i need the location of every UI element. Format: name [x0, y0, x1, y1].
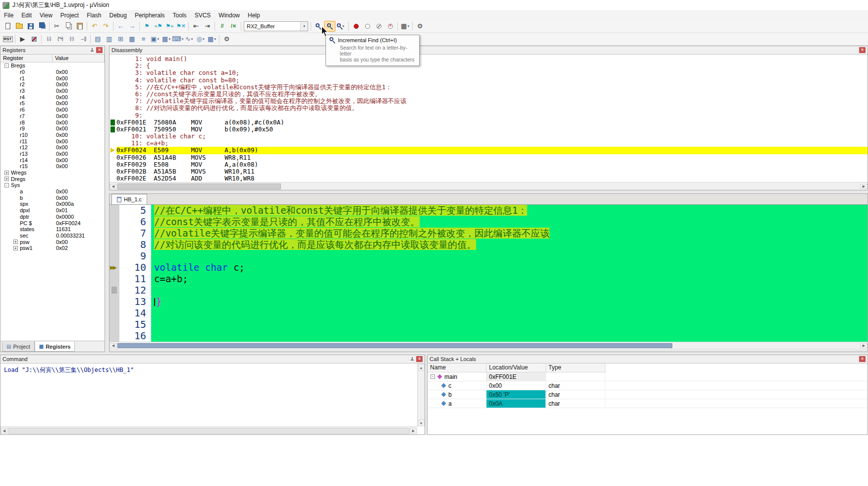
trace-window-button[interactable]: ◎▾	[195, 34, 206, 45]
register-row[interactable]: r50x00	[0, 100, 105, 107]
scroll-right-icon[interactable]: ▶	[860, 343, 868, 348]
step-over-button[interactable]: {↷}	[54, 34, 66, 45]
disassembly-line[interactable]: 7: //volatile关键字提示编译器，变量的值可能会在程序的控制之外被改变…	[109, 98, 868, 105]
register-row[interactable]: a0x00	[0, 188, 105, 195]
editor-line[interactable]: 6//const关键字表示变量是只读的，其值不应在程序中被改变。	[109, 216, 868, 228]
copy-button[interactable]	[62, 21, 74, 32]
comment-button[interactable]: //	[217, 21, 228, 32]
redo-button[interactable]: ↷	[100, 21, 111, 32]
name-column-header[interactable]: Name	[428, 364, 487, 372]
register-row[interactable]: r150x00	[0, 163, 105, 170]
menu-peripherals[interactable]: Peripherals	[131, 11, 169, 20]
editor-line[interactable]: ▶▶10volatile char c;	[109, 262, 868, 273]
analysis-window-button[interactable]: ∿▾	[183, 34, 195, 45]
close-icon[interactable]: ✕	[416, 356, 423, 362]
disassembly-line[interactable]: 5: //在C/C++编程中，volatile和const关键字用于向编译器提供…	[109, 84, 868, 91]
editor-line[interactable]: 8//对访问该变量的代码进行优化，而是应该每次都在内存中读取该变量的值。	[109, 239, 868, 250]
disassembly-window-button[interactable]: ▥	[104, 34, 115, 45]
type-column-header[interactable]: Type	[546, 364, 605, 372]
editor-line[interactable]: 9	[109, 250, 868, 262]
disassembly-line[interactable]: 1: void main()	[109, 56, 868, 62]
paste-button[interactable]	[74, 21, 85, 32]
menu-window[interactable]: Window	[215, 11, 244, 20]
register-row[interactable]: spx0x000a	[0, 201, 105, 207]
line-text[interactable]	[151, 285, 868, 296]
line-text[interactable]	[151, 307, 868, 319]
value-column-header[interactable]: Value	[53, 55, 105, 62]
nav-back-button[interactable]: ←	[115, 21, 126, 32]
scrollbar-thumb[interactable]	[117, 183, 281, 189]
step-into-button[interactable]: {↓}	[43, 34, 54, 45]
scroll-left-icon[interactable]: ◀	[109, 184, 117, 189]
register-row[interactable]: +Dregs	[0, 176, 105, 182]
menu-file[interactable]: File	[0, 11, 17, 20]
expand-minus-icon[interactable]: -	[4, 183, 9, 187]
line-text[interactable]: }	[151, 296, 868, 307]
editor-content[interactable]: 5//在C/C++编程中，volatile和const关键字用于向编译器提供关于…	[109, 205, 868, 342]
step-out-button[interactable]: {↑}	[66, 34, 77, 45]
line-text[interactable]: //const关键字表示变量是只读的，其值不应在程序中被改变。	[151, 216, 868, 228]
expand-plus-icon[interactable]: +	[4, 171, 9, 175]
tab-hb1c[interactable]: HB_1.c	[111, 194, 147, 204]
scroll-left-icon[interactable]: ◀	[109, 343, 117, 348]
command-output[interactable]: Load "J:\\何宾\\第三集\\Objects\\HB_1"	[0, 364, 417, 426]
editor-line[interactable]: 12	[109, 285, 868, 296]
scrollbar-thumb[interactable]	[117, 343, 672, 348]
breakpoint-toggle-button[interactable]	[350, 21, 362, 32]
registers-window-button[interactable]: ▦	[126, 34, 138, 45]
breakpoint-disable-all-button[interactable]	[373, 21, 384, 32]
line-text[interactable]: volatile char c;	[151, 262, 868, 273]
editor-line[interactable]: 16	[109, 330, 868, 342]
breakpoint-enable-button[interactable]	[362, 21, 373, 32]
menu-project[interactable]: Project	[56, 11, 83, 20]
expand-minus-icon[interactable]: -	[4, 63, 9, 68]
find-menu-button[interactable]: ▾	[335, 21, 347, 32]
system-viewer-button[interactable]: ▩▾	[206, 34, 217, 45]
callstack-row[interactable]: -main0xFF001E	[428, 372, 868, 381]
register-row[interactable]: r120x00	[0, 144, 105, 151]
new-file-button[interactable]	[2, 21, 13, 32]
undo-button[interactable]: ↶	[89, 21, 100, 32]
editor-line[interactable]: 13}	[109, 296, 868, 307]
register-row[interactable]: r20x00	[0, 81, 105, 88]
editor-line[interactable]: 11c=a+b;	[109, 273, 868, 285]
disassembly-line[interactable]: 0xFF0024 E509 MOV A,b(0x09)	[109, 147, 868, 154]
register-row[interactable]: b0x00	[0, 194, 105, 201]
register-row[interactable]: r70x00	[0, 113, 105, 120]
find-combo[interactable]: RX2_Buffer▾	[244, 21, 308, 31]
close-icon[interactable]: ✕	[859, 356, 866, 362]
register-row[interactable]: dpxl0x01	[0, 207, 105, 214]
location-value-column-header[interactable]: Location/Value	[487, 364, 546, 372]
line-text[interactable]: c=a+b;	[151, 273, 868, 285]
register-row[interactable]: r130x00	[0, 151, 105, 157]
serial-window-button[interactable]: ⌨▾	[172, 34, 183, 45]
disassembly-line[interactable]: 0xFF002B A51A5B MOVS WR10,R11	[109, 168, 868, 175]
breakpoint-kill-all-button[interactable]	[384, 21, 396, 32]
register-row[interactable]: -Bregs	[0, 62, 105, 69]
expand-plus-icon[interactable]: +	[4, 177, 9, 181]
bookmark-toggle-button[interactable]: ⚑	[141, 21, 153, 32]
line-text[interactable]: //volatile关键字提示编译器，变量的值可能会在程序的控制之外被改变，因此…	[151, 228, 868, 239]
close-icon[interactable]: ✕	[96, 47, 103, 53]
disassembly-line[interactable]: 0xFF0026 A51A4B MOVS WR8,R11	[109, 154, 868, 161]
register-row[interactable]: r60x00	[0, 107, 105, 113]
toolbox-button[interactable]: ⚙	[221, 34, 232, 45]
memory-window-button[interactable]: ▦▾	[161, 34, 172, 45]
disassembly-line[interactable]: 0xFF0021 750950 MOV b(0x09),#0x50	[109, 126, 868, 133]
register-column-header[interactable]: Register	[0, 55, 53, 62]
command-window-button[interactable]: ▤	[92, 34, 104, 45]
callstack-row[interactable]: c0x00char	[428, 381, 868, 390]
register-row[interactable]: +Wregs	[0, 170, 105, 176]
register-row[interactable]: r10x00	[0, 75, 105, 81]
register-row[interactable]: r110x00	[0, 138, 105, 144]
scroll-up-icon[interactable]: ▲	[418, 364, 425, 370]
bookmark-next-button[interactable]: ⚑»	[164, 21, 175, 32]
cut-button[interactable]: ✂	[51, 21, 62, 32]
indent-left-button[interactable]: ⇤	[190, 21, 202, 32]
menu-edit[interactable]: Edit	[17, 11, 36, 20]
register-row[interactable]: r140x00	[0, 157, 105, 163]
register-row[interactable]: r00x00	[0, 69, 105, 75]
disassembly-horizontal-scrollbar[interactable]: ◀ ▶	[109, 182, 868, 190]
tab-project[interactable]: ▤ Project	[2, 342, 35, 352]
editor-line[interactable]: 7//volatile关键字提示编译器，变量的值可能会在程序的控制之外被改变，因…	[109, 228, 868, 239]
